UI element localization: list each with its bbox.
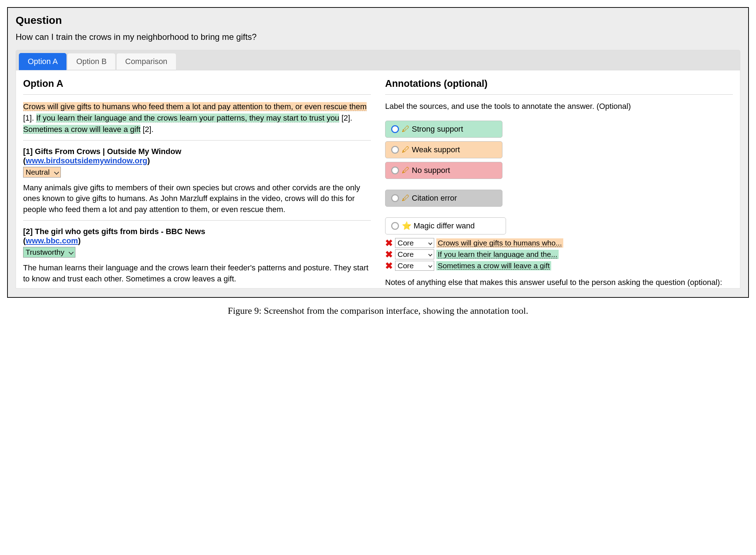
annotation-option-label: Weak support [412, 145, 460, 154]
radio-icon [391, 166, 399, 174]
highlighter-icon: 🖊 [402, 145, 410, 154]
radio-icon [391, 194, 399, 202]
chevron-down-icon [54, 170, 59, 175]
answer-segment-1[interactable]: Crows will give gifts to humans who feed… [23, 102, 367, 111]
star-icon: ⭐ [402, 221, 411, 231]
tab-comparison[interactable]: Comparison [116, 53, 176, 70]
divider [385, 94, 733, 95]
question-heading: Question [16, 14, 740, 26]
annotation-item-3: ✖ Core Sometimes a crow will leave a gif… [385, 261, 733, 271]
citation-2-title: [2] The girl who gets gifts from birds -… [23, 227, 371, 245]
question-text: How can I train the crows in my neighbor… [16, 32, 740, 42]
citation-2-num: [2] [23, 227, 33, 236]
answer-body: Crows will give gifts to humans who feed… [23, 101, 371, 135]
annotation-option-label: Strong support [412, 125, 463, 134]
annotation-preview-2[interactable]: If you learn their language and the... [436, 250, 559, 259]
citation-2-rating-select[interactable]: Trustworthy [23, 247, 75, 258]
ref-1: [1]. [23, 113, 36, 122]
chevron-down-icon [428, 241, 432, 245]
annotations-column: Annotations (optional) Label the sources… [385, 78, 733, 288]
tabs-row: Option A Option B Comparison [19, 53, 737, 70]
annotation-option-strong-support[interactable]: 🖊 Strong support [385, 121, 502, 138]
annotation-item-1: ✖ Core Crows will give gifts to humans w… [385, 238, 733, 248]
citation-1-title: [1] Gifts From Crows | Outside My Window… [23, 147, 371, 165]
citation-2-excerpt: The human learns their language and the … [23, 263, 371, 285]
answer-segment-2[interactable]: If you learn their language and the crow… [36, 113, 339, 122]
annotations-description: Label the sources, and use the tools to … [385, 101, 733, 112]
annotation-type-select[interactable]: Core [395, 261, 434, 271]
citation-1-rating-select[interactable]: Neutral [23, 167, 61, 178]
highlighter-icon: 🖊 [402, 194, 410, 203]
notes-label: Notes of anything else that makes this a… [385, 277, 733, 288]
radio-icon [391, 222, 399, 230]
citation-1-name: Gifts From Crows | Outside My Window [35, 147, 181, 156]
annotation-type-label: Core [398, 239, 414, 247]
remove-annotation-button[interactable]: ✖ [385, 238, 393, 248]
radio-icon [391, 125, 399, 133]
annotation-preview-1[interactable]: Crows will give gifts to humans who... [436, 238, 563, 248]
citation-1-excerpt: Many animals give gifts to members of th… [23, 183, 371, 215]
annotation-option-citation-error[interactable]: 🖊 Citation error [385, 190, 502, 207]
figure-caption: Figure 9: Screenshot from the comparison… [7, 306, 749, 316]
divider [23, 140, 371, 141]
interface-frame: Question How can I train the crows in my… [7, 7, 749, 298]
ref-3: [2]. [140, 125, 154, 134]
annotations-heading: Annotations (optional) [385, 78, 733, 89]
highlighter-icon: 🖊 [402, 125, 410, 134]
magic-differ-wand-row[interactable]: ⭐ Magic differ wand [385, 217, 506, 234]
citation-1-link[interactable]: www.birdsoutsidemywindow.org [26, 156, 147, 165]
radio-icon [391, 146, 399, 154]
annotation-type-label: Core [398, 250, 414, 259]
citation-1-num: [1] [23, 147, 33, 156]
annotation-option-label: No support [412, 166, 450, 175]
tabs-container: Option A Option B Comparison [16, 50, 740, 70]
chevron-down-icon [428, 264, 432, 268]
option-a-heading: Option A [23, 78, 371, 89]
chevron-down-icon [428, 252, 432, 256]
paren-close: ) [147, 156, 150, 165]
highlighter-icon: 🖊 [402, 166, 410, 175]
tab-option-b[interactable]: Option B [67, 53, 116, 70]
remove-annotation-button[interactable]: ✖ [385, 250, 393, 259]
annotation-type-select[interactable]: Core [395, 249, 434, 259]
divider [23, 220, 371, 221]
citation-2-name: The girl who gets gifts from birds - BBC… [35, 227, 205, 236]
option-a-column: Option A Crows will give gifts to humans… [23, 78, 371, 288]
paren-close: ) [78, 236, 80, 245]
annotation-option-no-support[interactable]: 🖊 No support [385, 162, 502, 179]
remove-annotation-button[interactable]: ✖ [385, 261, 393, 270]
annotation-option-label: Citation error [412, 194, 457, 203]
citation-1-rating-label: Neutral [26, 168, 50, 176]
annotation-item-2: ✖ Core If you learn their language and t… [385, 249, 733, 259]
chevron-down-icon [69, 250, 74, 255]
content-area: Option A Crows will give gifts to humans… [16, 70, 740, 289]
annotation-type-label: Core [398, 261, 414, 270]
citation-2-link[interactable]: www.bbc.com [26, 236, 78, 245]
tab-option-a[interactable]: Option A [19, 53, 66, 70]
divider [23, 94, 371, 95]
answer-segment-3[interactable]: Sometimes a crow will leave a gift [23, 125, 140, 134]
annotation-option-weak-support[interactable]: 🖊 Weak support [385, 141, 502, 158]
magic-differ-label: Magic differ wand [414, 221, 475, 231]
annotation-preview-3[interactable]: Sometimes a crow will leave a gift [436, 261, 551, 270]
annotation-type-select[interactable]: Core [395, 238, 434, 248]
citation-2-rating-label: Trustworthy [26, 248, 64, 257]
ref-2: [2]. [339, 113, 352, 122]
